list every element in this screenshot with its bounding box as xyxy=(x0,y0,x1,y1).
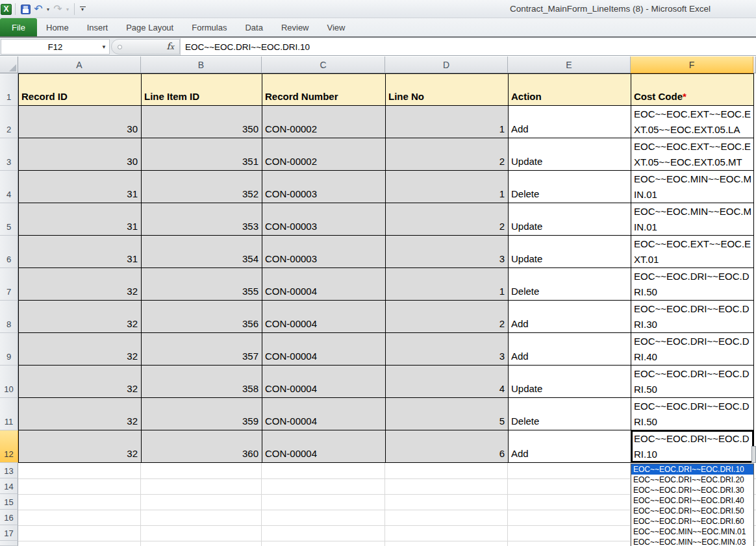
column-header-e[interactable]: E xyxy=(508,56,631,73)
cell-d8[interactable]: 2 xyxy=(386,301,509,333)
cell-b6[interactable]: 354 xyxy=(142,236,262,268)
cell-a12[interactable]: 32 xyxy=(19,430,142,463)
excel-logo-icon[interactable]: X xyxy=(1,4,12,15)
cell-b12[interactable]: 360 xyxy=(142,430,262,463)
row-header-11[interactable]: 11 xyxy=(0,398,18,430)
cell-b5[interactable]: 353 xyxy=(142,203,262,236)
row-header-14[interactable]: 14 xyxy=(0,478,18,494)
row-header-13[interactable]: 13 xyxy=(0,463,18,478)
name-box[interactable]: F12 xyxy=(1,39,110,55)
tab-formulas[interactable]: Formulas xyxy=(183,18,236,36)
cell-b4[interactable]: 352 xyxy=(142,171,262,203)
dropdown-option[interactable]: EOC~~EOC.DRI~~EOC.DRI.20 xyxy=(631,475,753,485)
cell-e11[interactable]: Delete xyxy=(509,398,631,430)
dropdown-option[interactable]: EOC~~EOC.DRI~~EOC.DRI.50 xyxy=(631,506,753,516)
cell-e9[interactable]: Add xyxy=(509,333,631,366)
redo-button[interactable]: ↷ xyxy=(51,2,64,16)
cell-e7[interactable]: Delete xyxy=(509,268,631,301)
dropdown-option[interactable]: EOC~~EOC.DRI~~EOC.DRI.60 xyxy=(631,516,753,527)
formula-input[interactable]: EOC~~EOC.DRI~~EOC.DRI.10 xyxy=(180,38,756,55)
cell-c7[interactable]: CON-00004 xyxy=(262,268,386,301)
cell-b11[interactable]: 359 xyxy=(142,398,262,430)
cell-b2[interactable]: 350 xyxy=(142,106,262,138)
row-header-5[interactable]: 5 xyxy=(0,203,18,236)
cell-a5[interactable]: 31 xyxy=(19,203,142,236)
cell-c10[interactable]: CON-00004 xyxy=(262,366,386,398)
tab-data[interactable]: Data xyxy=(236,18,271,36)
tab-file[interactable]: File xyxy=(0,18,37,36)
cell-f11[interactable]: EOC~~EOC.DRI~~EOC.DRI.50 xyxy=(631,398,754,430)
cell-d2[interactable]: 1 xyxy=(386,106,509,138)
row-header-15[interactable]: 15 xyxy=(0,494,18,510)
cell-c9[interactable]: CON-00004 xyxy=(262,333,386,366)
save-button[interactable] xyxy=(19,2,32,16)
header-cell-record-id[interactable]: Record ID xyxy=(19,73,142,106)
cell-a3[interactable]: 30 xyxy=(19,138,142,171)
dropdown-option-selected[interactable]: EOC~~EOC.DRI~~EOC.DRI.10 xyxy=(631,464,753,475)
cell-f7[interactable]: EOC~~EOC.DRI~~EOC.DRI.50 xyxy=(631,268,754,301)
cell-e3[interactable]: Update xyxy=(509,138,631,171)
cell-f12-selected[interactable]: EOC~~EOC.DRI~~EOC.DRI.10 xyxy=(631,430,754,463)
cell-f6[interactable]: EOC~~EOC.EXT~~EOC.EXT.01 xyxy=(631,236,754,268)
formula-bar-grip[interactable] xyxy=(118,45,122,49)
tab-page-layout[interactable]: Page Layout xyxy=(117,18,183,36)
cell-d12[interactable]: 6 xyxy=(386,430,509,463)
cell-b8[interactable]: 356 xyxy=(142,301,262,333)
row-header-2[interactable]: 2 xyxy=(0,106,18,138)
cell-e2[interactable]: Add xyxy=(509,106,631,138)
column-header-g-partial[interactable] xyxy=(753,56,756,73)
row-header-6[interactable]: 6 xyxy=(0,236,18,268)
row-header-4[interactable]: 4 xyxy=(0,171,18,203)
dropdown-option[interactable]: EOC~~EOC.MIN~~EOC.MIN.01 xyxy=(631,527,753,537)
cell-a10[interactable]: 32 xyxy=(19,366,142,398)
cell-f8[interactable]: EOC~~EOC.DRI~~EOC.DRI.30 xyxy=(631,301,754,333)
cell-b7[interactable]: 355 xyxy=(142,268,262,301)
row-header-17[interactable]: 17 xyxy=(0,525,18,541)
row-header-18-partial[interactable] xyxy=(0,541,18,546)
tab-home[interactable]: Home xyxy=(37,18,78,36)
tab-view[interactable]: View xyxy=(318,18,355,36)
cell-b10[interactable]: 358 xyxy=(142,366,262,398)
redo-dropdown-arrow[interactable]: ▾ xyxy=(64,6,71,12)
tab-insert[interactable]: Insert xyxy=(78,18,118,36)
dropdown-option[interactable]: EOC~~EOC.DRI~~EOC.DRI.30 xyxy=(631,485,753,495)
cell-f2[interactable]: EOC~~EOC.EXT~~EOC.EXT.05~~EOC.EXT.05.LA xyxy=(631,106,754,138)
header-cell-action[interactable]: Action xyxy=(509,73,631,106)
customize-quick-access-button[interactable]: ▾ xyxy=(78,6,87,12)
row-header-12-selected[interactable]: 12 xyxy=(0,430,18,463)
cell-e8[interactable]: Add xyxy=(509,301,631,333)
cell-d10[interactable]: 4 xyxy=(386,366,509,398)
cell-e5[interactable]: Update xyxy=(509,203,631,236)
cell-d6[interactable]: 3 xyxy=(386,236,509,268)
cell-e6[interactable]: Update xyxy=(509,236,631,268)
header-cell-line-item-id[interactable]: Line Item ID xyxy=(142,73,262,106)
cell-c2[interactable]: CON-00002 xyxy=(262,106,386,138)
row-header-3[interactable]: 3 xyxy=(0,138,18,171)
column-header-d[interactable]: D xyxy=(385,56,508,73)
data-validation-dropdown-button[interactable] xyxy=(751,446,756,463)
cell-c12[interactable]: CON-00004 xyxy=(262,430,386,463)
cell-f10[interactable]: EOC~~EOC.DRI~~EOC.DRI.50 xyxy=(631,366,754,398)
insert-function-button[interactable]: fx xyxy=(167,41,174,51)
cell-e12[interactable]: Add xyxy=(509,430,631,463)
tab-review[interactable]: Review xyxy=(272,18,318,36)
cell-a8[interactable]: 32 xyxy=(19,301,142,333)
cell-c4[interactable]: CON-00003 xyxy=(262,171,386,203)
cell-c3[interactable]: CON-00002 xyxy=(262,138,386,171)
cell-d7[interactable]: 1 xyxy=(386,268,509,301)
cell-f3[interactable]: EOC~~EOC.EXT~~EOC.EXT.05~~EOC.EXT.05.MT xyxy=(631,138,754,171)
cell-c11[interactable]: CON-00004 xyxy=(262,398,386,430)
header-cell-cost-code[interactable]: Cost Code* xyxy=(631,73,754,106)
header-cell-record-number[interactable]: Record Number xyxy=(262,73,386,106)
cell-d3[interactable]: 2 xyxy=(386,138,509,171)
cell-f4[interactable]: EOC~~EOC.MIN~~EOC.MIN.01 xyxy=(631,171,754,203)
column-header-c[interactable]: C xyxy=(262,56,385,73)
column-header-b[interactable]: B xyxy=(141,56,262,73)
select-all-button[interactable] xyxy=(0,56,18,73)
cell-e4[interactable]: Delete xyxy=(509,171,631,203)
cell-a6[interactable]: 31 xyxy=(19,236,142,268)
column-header-f-selected[interactable]: F xyxy=(631,56,753,73)
cell-a9[interactable]: 32 xyxy=(19,333,142,366)
row-header-10[interactable]: 10 xyxy=(0,366,18,398)
cell-d9[interactable]: 3 xyxy=(386,333,509,366)
